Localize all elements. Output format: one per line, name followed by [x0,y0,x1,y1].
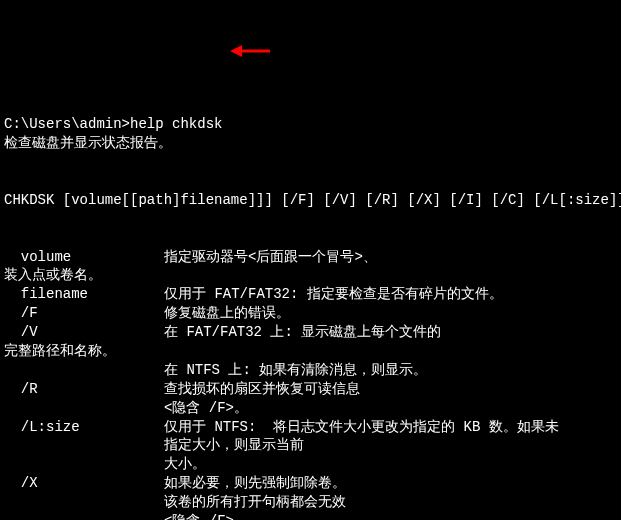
param-l-label: /L:size [4,418,164,437]
description-line: 检查磁盘并显示状态报告。 [4,135,172,151]
param-v-cont1: 完整路径和名称。 [4,343,116,359]
param-x-desc: 如果必要，则先强制卸除卷。 [164,475,346,491]
param-f-label: /F [4,304,164,323]
prompt: C:\Users\admin> [4,116,130,132]
param-filename-desc: 仅用于 FAT/FAT32: 指定要检查是否有碎片的文件。 [164,286,503,302]
param-v-ntfs: 在 NTFS 上: 如果有清除消息，则显示。 [164,362,427,378]
param-volume-desc: 指定驱动器号<后面跟一个冒号>、 [164,249,377,265]
param-volume-label: volume [4,248,164,267]
param-l-cont2: 大小。 [164,456,206,472]
param-mount-line: 装入点或卷名。 [4,267,102,283]
syntax-line: CHKDSK [volume[[path]filename]]] [/F] [/… [4,192,621,208]
param-l-desc: 仅用于 NTFS: 将日志文件大小更改为指定的 KB 数。如果未 [164,419,559,435]
param-x-label: /X [4,474,164,493]
param-x-hint: <隐含 /F>。 [164,513,248,520]
param-filename-label: filename [4,285,164,304]
param-x-cont1: 该卷的所有打开句柄都会无效 [164,494,346,510]
param-f-desc: 修复磁盘上的错误。 [164,305,290,321]
terminal-output: C:\Users\admin>help chkdsk 检查磁盘并显示状态报告。 … [0,94,621,520]
param-r-label: /R [4,380,164,399]
param-v-label: /V [4,323,164,342]
param-r-hint: <隐含 /F>。 [164,400,248,416]
param-l-cont1: 指定大小，则显示当前 [164,437,304,453]
command-text: help chkdsk [130,116,222,132]
annotation-arrow-icon [230,25,270,37]
svg-marker-1 [230,45,242,57]
param-v-desc: 在 FAT/FAT32 上: 显示磁盘上每个文件的 [164,324,441,340]
param-r-desc: 查找损坏的扇区并恢复可读信息 [164,381,360,397]
